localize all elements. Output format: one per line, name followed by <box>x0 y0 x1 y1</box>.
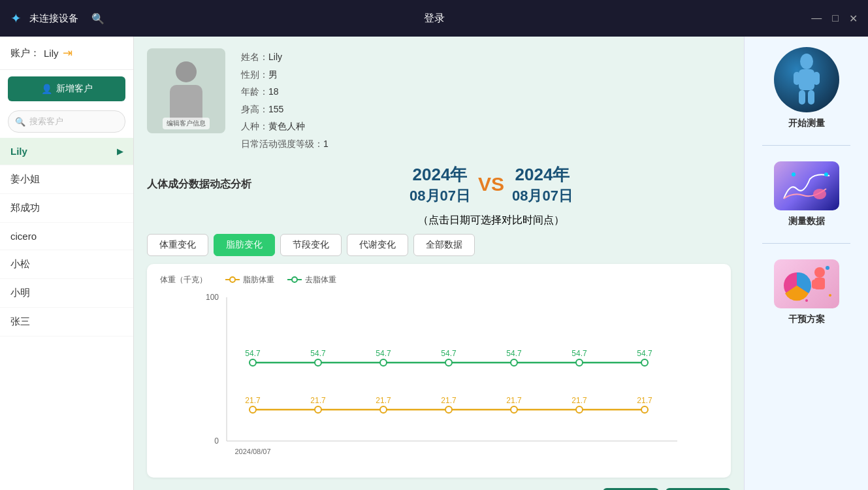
date-left[interactable]: 2024年 08月07日 <box>410 163 470 206</box>
svg-text:54.7: 54.7 <box>245 349 261 358</box>
svg-rect-41 <box>799 90 805 105</box>
svg-point-51 <box>826 266 829 270</box>
chart-svg-wrapper: 100 0 <box>160 291 718 470</box>
svg-text:54.7: 54.7 <box>441 349 457 358</box>
intervention-icon <box>774 259 839 308</box>
maximize-button[interactable]: □ <box>832 12 839 24</box>
measure-data-item[interactable]: 测量数据 <box>774 161 839 227</box>
search-icon[interactable]: 🔍 <box>91 12 104 25</box>
add-icon: 👤 <box>41 84 52 94</box>
legend-fat-label: 脂肪体重 <box>243 274 274 286</box>
minimize-button[interactable]: — <box>811 12 822 24</box>
chart-container: 体重（千克） 脂肪体重 去脂体重 100 0 <box>147 264 731 478</box>
age-value: 18 <box>268 86 279 97</box>
tab-button[interactable]: 体重变化 <box>147 234 208 256</box>
measure-data-label: 测量数据 <box>788 216 825 227</box>
intervention-item[interactable]: 干预方案 <box>774 259 839 325</box>
content-area: 编辑客户信息 姓名：Lily 性别：男 年龄：18 身高：155 人种：黄色人种… <box>134 37 744 490</box>
svg-text:54.7: 54.7 <box>571 349 587 358</box>
y-axis-label: 体重（千克） <box>160 274 207 286</box>
tab-button[interactable]: 代谢变化 <box>347 234 408 256</box>
customer-item[interactable]: 郑成功 <box>0 194 133 223</box>
svg-rect-40 <box>813 72 820 85</box>
svg-point-20 <box>576 406 583 413</box>
svg-point-53 <box>805 299 808 302</box>
height-value: 155 <box>268 104 283 114</box>
customer-item[interactable]: cicero <box>0 223 133 250</box>
start-measure-item[interactable]: 开始测量 <box>774 47 839 129</box>
profile-info: 姓名：Lily 性别：男 年龄：18 身高：155 人种：黄色人种 日常活动强度… <box>241 48 329 153</box>
divider-2 <box>762 243 850 244</box>
customer-item[interactable]: Lily▶ <box>0 138 133 165</box>
svg-rect-38 <box>799 69 814 90</box>
date2-year: 2024年 <box>512 163 573 186</box>
title-bar-left: ✦ 未连接设备 🔍 <box>10 10 104 26</box>
tabs-row: 体重变化脂肪变化节段变化代谢变化全部数据 <box>147 234 731 256</box>
date1-year: 2024年 <box>410 163 470 186</box>
close-button[interactable]: ✕ <box>849 12 858 25</box>
height-label: 身高： <box>241 104 268 114</box>
logout-icon[interactable]: ⇥ <box>63 46 72 60</box>
bluetooth-icon: ✦ <box>10 10 22 26</box>
right-panel: 开始测量 测量数据 <box>744 37 868 490</box>
svg-point-37 <box>800 54 813 69</box>
vs-label: VS <box>478 173 504 195</box>
svg-text:21.7: 21.7 <box>441 396 457 405</box>
activity-value: 1 <box>323 139 329 149</box>
svg-point-48 <box>814 267 825 278</box>
svg-text:54.7: 54.7 <box>506 349 522 358</box>
svg-point-45 <box>792 172 796 176</box>
legend-lean: 去脂体重 <box>287 274 336 286</box>
svg-point-10 <box>380 359 387 366</box>
svg-rect-42 <box>808 90 814 105</box>
customer-item[interactable]: 小明 <box>0 279 133 308</box>
name-label: 姓名： <box>241 52 268 62</box>
svg-rect-39 <box>794 72 800 85</box>
add-customer-label: 新增客户 <box>56 83 93 95</box>
tab-button[interactable]: 节段变化 <box>280 234 342 256</box>
search-customer-input[interactable]: 🔍 搜索客户 <box>8 110 125 133</box>
search-placeholder: 搜索客户 <box>29 116 63 127</box>
window-controls: — □ ✕ <box>811 12 858 25</box>
activity-label: 日常活动强度等级： <box>241 139 323 149</box>
svg-text:21.7: 21.7 <box>637 396 652 405</box>
avatar-figure <box>163 61 209 120</box>
customer-item[interactable]: 姜小姐 <box>0 165 133 194</box>
tab-button[interactable]: 全部数据 <box>413 234 475 256</box>
svg-point-9 <box>315 359 321 366</box>
tab-button[interactable]: 脂肪变化 <box>214 234 275 256</box>
customer-item[interactable]: 张三 <box>0 308 133 336</box>
svg-point-44 <box>813 189 826 199</box>
add-customer-button[interactable]: 👤 新增客户 <box>8 76 125 101</box>
svg-text:21.7: 21.7 <box>571 396 587 405</box>
data-table-button[interactable]: 数据表 <box>603 488 659 490</box>
avatar-body <box>170 85 202 120</box>
chart-legend: 体重（千克） 脂肪体重 去脂体重 <box>160 274 718 286</box>
view-report-button[interactable]: 查看报告 <box>666 488 731 490</box>
legend-lean-label: 去脂体重 <box>305 274 336 286</box>
svg-point-11 <box>445 359 452 366</box>
customer-item[interactable]: 小松 <box>0 250 133 279</box>
title-bar-center-label: 登录 <box>424 12 445 25</box>
svg-text:54.7: 54.7 <box>376 349 391 358</box>
date-vs-container: 2024年 08月07日 VS 2024年 08月07日 <box>251 163 731 206</box>
legend-fat: 脂肪体重 <box>225 274 274 286</box>
svg-point-3 <box>292 277 297 282</box>
measure-data-icon <box>774 161 839 210</box>
account-prefix: 账户： <box>10 47 40 59</box>
device-label: 未连接设备 <box>29 12 78 25</box>
date2-monthday: 08月07日 <box>512 186 573 206</box>
date-right[interactable]: 2024年 08月07日 <box>512 163 573 206</box>
svg-point-18 <box>445 406 452 413</box>
race-value: 黄色人种 <box>268 121 305 131</box>
start-measure-label: 开始测量 <box>788 118 825 129</box>
svg-text:54.7: 54.7 <box>637 349 652 358</box>
main-container: 账户： Lily ⇥ 👤 新增客户 🔍 搜索客户 Lily▶姜小姐郑成功cice… <box>0 37 868 490</box>
svg-text:21.7: 21.7 <box>245 396 261 405</box>
gender-value: 男 <box>268 69 278 80</box>
avatar-edit-label[interactable]: 编辑客户信息 <box>163 118 210 129</box>
arrow-icon: ▶ <box>117 147 123 156</box>
date1-monthday: 08月07日 <box>410 186 470 206</box>
analysis-title: 人体成分数据动态分析 <box>147 178 251 191</box>
race-label: 人种： <box>241 121 268 131</box>
